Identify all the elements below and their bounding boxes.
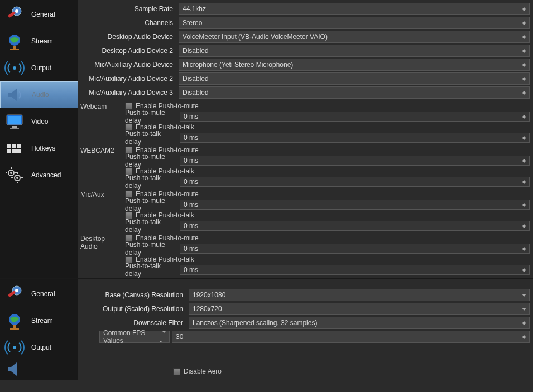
checkbox-icon[interactable]	[173, 368, 180, 375]
label: Base (Canvas) Resolution	[80, 291, 186, 299]
setting-row-base-res: Base (Canvas) Resolution 1920x1080	[80, 288, 530, 302]
sidebar-label: General	[31, 11, 55, 18]
group-name: Mic/Aux	[80, 189, 123, 231]
sidebar-item-advanced[interactable]: Advanced	[0, 162, 78, 188]
enable-push-to-talk-row[interactable]: Enable Push-to-talk	[125, 166, 530, 176]
sidebar-label: Stream	[31, 37, 53, 45]
svg-rect-11	[7, 144, 11, 148]
push-to-talk-delay-input[interactable]: 0 ms	[180, 133, 530, 143]
base-res-select[interactable]: 1920x1080	[189, 289, 530, 301]
updown-icon	[521, 113, 527, 120]
sidebar-label: Advanced	[31, 171, 61, 179]
label: Desktop Audio Device 2	[80, 47, 176, 55]
video-settings-content: Base (Canvas) Resolution 1920x1080 Outpu…	[78, 279, 533, 380]
updown-icon	[521, 157, 527, 164]
svg-rect-13	[17, 144, 21, 148]
desktop-audio-2-select[interactable]: Disabled	[179, 45, 530, 57]
setting-row-sample-rate: Sample Rate 44.1khz	[80, 2, 530, 16]
sidebar-item-hotkeys[interactable]: Hotkeys	[0, 135, 78, 162]
keyboard-icon	[3, 137, 26, 159]
combo-value: Common FPS Values	[103, 329, 159, 345]
sidebar-label: Output	[31, 64, 51, 72]
fps-type-select[interactable]: Common FPS Values	[99, 331, 170, 343]
sample-rate-select[interactable]: 44.1khz	[179, 3, 530, 15]
sidebar-item-general[interactable]: General	[0, 1, 78, 28]
enable-push-to-mute-row[interactable]: Enable Push-to-mute	[125, 189, 530, 199]
updown-icon	[521, 4, 527, 13]
enable-push-to-mute-row[interactable]: Enable Push-to-mute	[125, 145, 530, 155]
label: Channels	[80, 19, 176, 27]
svg-point-30	[15, 289, 18, 292]
audio-settings-content: Sample Rate 44.1khz Channels Stereo Desk…	[78, 0, 533, 278]
spin-value: 0 ms	[184, 113, 198, 120]
setting-row-fps: Common FPS Values 30	[80, 330, 530, 343]
label: Push-to-talk delay	[125, 130, 177, 146]
settings-panel-video: General Stream Output Base (Canvas) Reso…	[0, 279, 533, 380]
push-to-mute-delay-input[interactable]: 0 ms	[180, 244, 530, 254]
updown-icon	[521, 46, 527, 55]
updown-icon	[521, 222, 527, 229]
updown-icon	[521, 88, 527, 97]
svg-point-19	[16, 177, 18, 179]
sidebar-item-general[interactable]: General	[0, 280, 78, 307]
updown-icon	[521, 178, 527, 185]
sidebar-item-audio[interactable]: Audio	[0, 81, 78, 108]
updown-icon	[521, 74, 527, 83]
sidebar-item-stream[interactable]: Stream	[0, 307, 78, 334]
push-settings-group-desktop: Desktop Audio Enable Push-to-mute Push-t…	[80, 233, 530, 275]
svg-rect-15	[12, 149, 21, 153]
updown-icon	[521, 332, 527, 341]
push-to-mute-delay-input[interactable]: 0 ms	[180, 112, 530, 122]
gears-icon	[3, 164, 26, 186]
enable-push-to-talk-row[interactable]: Enable Push-to-talk	[125, 122, 530, 132]
svg-rect-5	[10, 49, 19, 50]
setting-row-desktop-audio: Desktop Audio Device VoiceMeeter Input (…	[80, 30, 530, 43]
disable-aero-row[interactable]: Disable Aero	[173, 367, 530, 375]
mic-aux-select[interactable]: Microphone (Yeti Stereo Microphone)	[179, 59, 530, 71]
updown-icon	[521, 201, 527, 208]
setting-row-output-res: Output (Scaled) Resolution 1280x720	[80, 302, 530, 316]
sidebar: General Stream Output	[0, 279, 78, 380]
combo-value: VoiceMeeter Input (VB-Audio VoiceMeeter …	[183, 33, 328, 41]
globe-icon	[3, 309, 26, 332]
svg-rect-12	[12, 144, 16, 148]
desktop-audio-select[interactable]: VoiceMeeter Input (VB-Audio VoiceMeeter …	[179, 31, 530, 43]
enable-push-to-talk-row[interactable]: Enable Push-to-talk	[125, 254, 530, 264]
mic-aux-3-select[interactable]: Disabled	[179, 86, 530, 99]
push-to-mute-delay-input[interactable]: 0 ms	[180, 200, 530, 210]
sidebar-item-stream[interactable]: Stream	[0, 28, 78, 55]
channels-select[interactable]: Stereo	[179, 17, 530, 29]
enable-push-to-mute-row[interactable]: Enable Push-to-mute	[125, 101, 530, 111]
downscale-select[interactable]: Lanczos (Sharpened scaling, 32 samples)	[189, 317, 530, 329]
spin-value: 0 ms	[184, 178, 198, 186]
sidebar-label: Audio	[32, 91, 49, 99]
updown-icon	[521, 32, 527, 41]
svg-point-18	[10, 172, 12, 174]
sidebar-label: General	[31, 290, 55, 298]
push-to-talk-delay-input[interactable]: 0 ms	[180, 265, 530, 275]
push-settings-group-webcam2: WEBCAM2 Enable Push-to-mute Push-to-mute…	[80, 145, 530, 187]
label: Downscale Filter	[80, 319, 186, 327]
output-res-select[interactable]: 1280x720	[189, 303, 530, 315]
push-to-mute-delay-input[interactable]: 0 ms	[180, 156, 530, 166]
updown-icon	[521, 318, 527, 327]
combo-value: Disabled	[183, 89, 209, 96]
sidebar-item-output[interactable]: Output	[0, 55, 78, 81]
push-to-talk-delay-input[interactable]: 0 ms	[180, 177, 530, 187]
mic-aux-2-select[interactable]: Disabled	[179, 72, 530, 85]
sidebar-label: Stream	[31, 317, 53, 325]
push-to-talk-delay-input[interactable]: 0 ms	[180, 221, 530, 231]
combo-value: Disabled	[183, 75, 209, 83]
sidebar-item-video[interactable]: Video	[0, 108, 78, 135]
chevron-down-icon	[521, 291, 527, 299]
sidebar-item-output[interactable]: Output	[0, 334, 78, 361]
spin-value: 0 ms	[184, 134, 198, 142]
broadcast-icon	[3, 57, 26, 79]
enable-push-to-mute-row[interactable]: Enable Push-to-mute	[125, 233, 530, 243]
setting-row-mic-aux-2: Mic/Auxiliary Audio Device 2 Disabled	[80, 72, 530, 85]
sidebar-item-audio-partial[interactable]	[0, 361, 78, 378]
enable-push-to-talk-row[interactable]: Enable Push-to-talk	[125, 210, 530, 220]
wrench-icon	[3, 283, 26, 305]
fps-value-select[interactable]: 30	[172, 331, 530, 343]
label: Sample Rate	[80, 5, 176, 13]
